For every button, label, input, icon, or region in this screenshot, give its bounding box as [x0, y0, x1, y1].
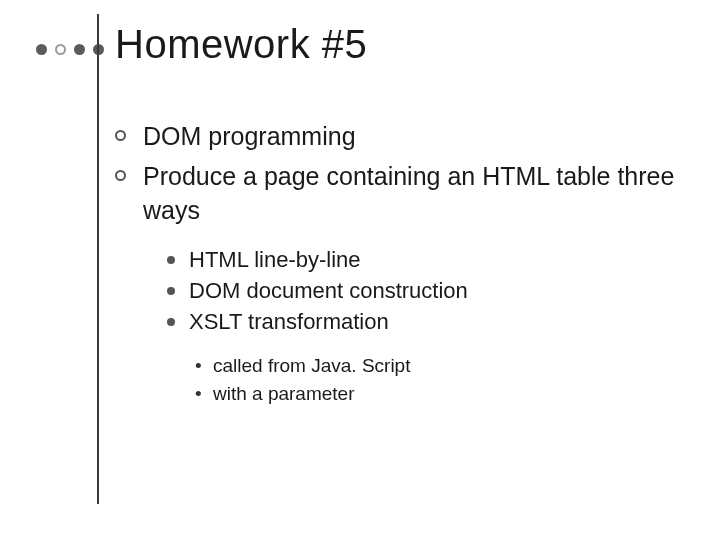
bullet-l1: Produce a page containing an HTML table …: [115, 160, 690, 228]
bullet-l3: with a parameter: [195, 380, 690, 409]
bullet-l1: DOM programming: [115, 120, 690, 154]
bullet-l2: DOM document construction: [167, 276, 690, 307]
decor-dots: [36, 44, 104, 55]
vertical-divider: [97, 14, 99, 504]
slide-body: DOM programming Produce a page containin…: [115, 120, 690, 409]
bullet-l3: called from Java. Script: [195, 352, 690, 381]
bullet-l2: XSLT transformation: [167, 307, 690, 338]
bullet-l2: HTML line-by-line: [167, 245, 690, 276]
slide-title: Homework #5: [115, 22, 367, 67]
bullet-l2-group: HTML line-by-line DOM document construct…: [167, 245, 690, 337]
dot-icon: [36, 44, 47, 55]
dot-icon: [74, 44, 85, 55]
dot-open-icon: [55, 44, 66, 55]
slide: Homework #5 DOM programming Produce a pa…: [0, 0, 720, 540]
bullet-l3-group: called from Java. Script with a paramete…: [195, 352, 690, 409]
